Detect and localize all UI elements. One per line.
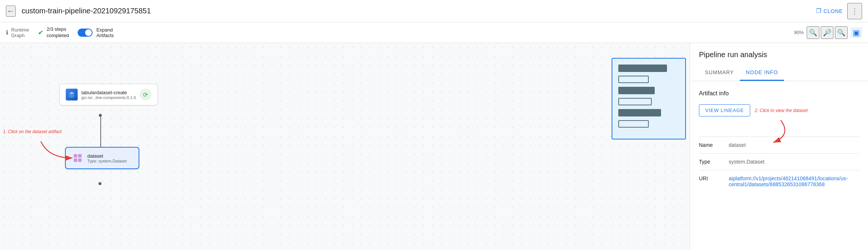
right-panel: Pipeline run analysis SUMMARY NODE INFO … [690,43,868,250]
steps-text: 2/3 steps completed [46,26,69,39]
node-run-button[interactable]: ⟳ [140,89,152,101]
mini-bar-3 [618,87,655,94]
clone-label: CLONE [823,8,843,14]
node-dataset-subtitle: Type: system.Dataset [87,159,127,163]
zoom-controls: 🔍 🔎 🔍 [807,26,848,39]
value-type: system.Dataset [729,154,859,170]
table-row-uri: URI aiplatform://v1/projects/46214106849… [699,170,859,193]
label-type: Type [699,154,729,170]
annotation-arrow-1 [0,43,690,250]
back-button[interactable]: ← [6,6,16,17]
right-panel-content: Artifact info VIEW LINEAGE 2. Click to v… [690,81,868,250]
svg-rect-4 [78,158,81,162]
view-lineage-button[interactable]: VIEW LINEAGE [699,104,750,116]
tab-summary[interactable]: SUMMARY [699,65,740,81]
more-button[interactable]: ⋮ [847,3,862,19]
annotation-2: 2. Click to view the dataset [755,108,808,113]
lineage-row: VIEW LINEAGE 2. Click to view the datase… [699,104,859,116]
value-uri[interactable]: aiplatform://v1/projects/462141068491/lo… [729,170,859,193]
runtime-graph-tab[interactable]: ℹ Runtime Graph [6,27,29,38]
zoom-fit-button[interactable]: 🔍 [835,26,848,39]
toggle-switch[interactable] [78,29,93,37]
sub-header: ℹ Runtime Graph ✔ 2/3 steps completed Ex… [0,22,868,43]
clone-icon: ❐ [816,7,822,14]
node-tabular-subtitle: gcr.io/...line-components:0.1.6 [81,95,136,100]
node-tabular-title: tabulardataset-create [81,90,136,95]
annotation-2-arrow [699,116,859,146]
graph-area[interactable]: 1. Click on the dataset artifact [0,43,690,250]
label-uri: URI [699,170,729,193]
mini-bar-6 [618,120,649,128]
connection-line [100,115,101,149]
annotation-1: 1. Click on the dataset artifact [3,129,62,134]
main-content: 1. Click on the dataset artifact [0,43,868,250]
back-icon: ← [7,6,15,16]
table-row-type: Type system.Dataset [699,154,859,170]
right-panel-header: Pipeline run analysis SUMMARY NODE INFO [690,43,868,81]
uri-link[interactable]: aiplatform://v1/projects/462141068491/lo… [729,175,848,187]
mini-bar-2 [618,76,649,83]
runtime-graph-label: Runtime Graph [11,27,29,38]
node-dataset-title: dataset [87,153,127,159]
expand-artifacts-toggle[interactable]: Expand Artifacts [78,27,114,38]
artifact-info-title: Artifact info [699,90,859,97]
dot-below-dataset [98,182,101,185]
svg-rect-2 [78,154,81,158]
tabs: SUMMARY NODE INFO [699,65,859,81]
info-icon: ℹ [6,29,8,36]
node-dataset-icon [72,152,84,164]
fit-screen-button[interactable]: ▣ [851,27,862,38]
pipeline-title: custom-train-pipeline-20210929175851 [22,7,812,15]
expand-artifacts-label: Expand Artifacts [96,27,114,38]
steps-completed: ✔ 2/3 steps completed [38,26,69,39]
mini-bar-5 [618,109,661,116]
mini-graph-preview [612,58,686,139]
zoom-in-button[interactable]: 🔍 [807,26,819,39]
annotation-2-arrow-area [699,116,859,128]
node-tabular[interactable]: tabulardataset-create gcr.io/...line-com… [59,84,158,105]
mini-bar-1 [618,65,667,72]
zoom-out-button[interactable]: 🔎 [821,26,833,39]
svg-rect-1 [74,154,77,158]
node-dataset[interactable]: dataset Type: system.Dataset [65,147,139,169]
zoom-level: 90% [794,30,804,35]
node-cube-icon [66,89,78,101]
right-panel-title: Pipeline run analysis [699,50,859,59]
dot-top [99,114,102,117]
top-header: ← custom-train-pipeline-20210929175851 ❐… [0,0,868,22]
mini-bar-4 [618,98,652,105]
tab-node-info[interactable]: NODE INFO [740,65,784,81]
clone-button[interactable]: ❐ CLONE [812,4,847,17]
check-circle-icon: ✔ [38,29,43,37]
svg-rect-3 [74,158,77,162]
